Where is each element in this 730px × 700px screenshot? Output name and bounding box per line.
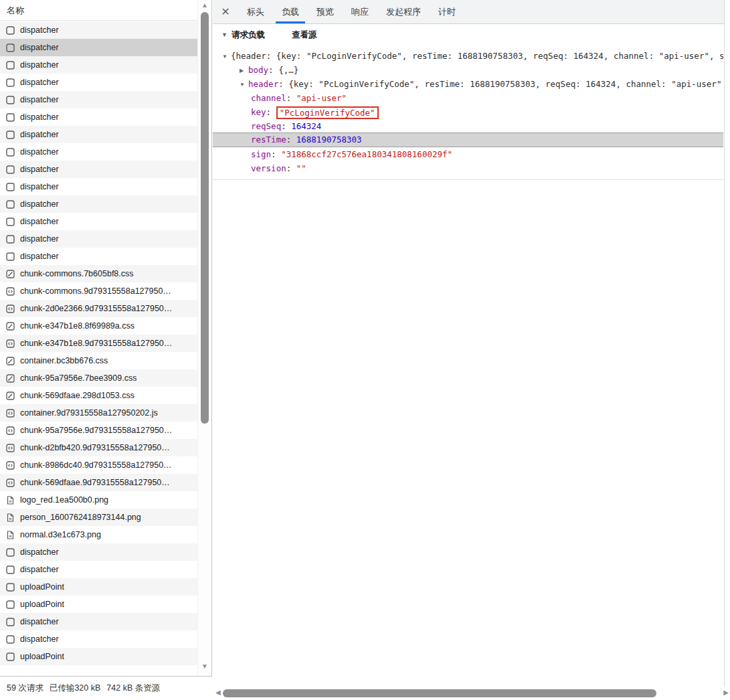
list-item[interactable]: dispatcher [0, 630, 198, 648]
list-item[interactable]: dispatcher [0, 108, 198, 126]
chevron-down-icon[interactable]: ▼ [240, 78, 248, 91]
tab-5[interactable]: 计时 [432, 0, 462, 23]
property-preview: {,…} [278, 65, 298, 75]
request-name: chunk-569dfaae.9d79315558a127950… [20, 478, 170, 487]
detail-vertical-scrollbar-gutter[interactable] [724, 0, 730, 700]
tree-row-version[interactable]: version"" [213, 161, 723, 175]
request-name: person_1600762418973144.png [20, 513, 141, 522]
request-name: dispatcher [20, 217, 59, 226]
property-name: key [251, 107, 276, 117]
fetch-request-icon [5, 165, 15, 174]
property-value: "api-user" [296, 93, 347, 103]
tab-4[interactable]: 发起程序 [379, 0, 428, 23]
js-file-icon [5, 426, 15, 435]
list-item[interactable]: dispatcher [0, 561, 198, 578]
list-item[interactable]: chunk-569dfaae.9d79315558a127950… [0, 474, 198, 491]
list-item[interactable]: uploadPoint [0, 578, 198, 596]
tree-row-header[interactable]: ▼header{key: "PcLoginVerifyCode", resTim… [213, 77, 723, 91]
list-item[interactable]: chunk-commons.9d79315558a127950… [0, 282, 198, 300]
list-item[interactable]: dispatcher [0, 91, 198, 108]
fetch-request-icon [5, 547, 15, 557]
list-item[interactable]: chunk-95a7956e.9d79315558a127950… [0, 422, 198, 439]
list-item[interactable]: container.9d79315558a127950202.js [0, 404, 198, 422]
scroll-up-icon[interactable]: ▲ [198, 1, 211, 9]
request-payload-section-label[interactable]: 请求负载 [232, 29, 265, 41]
property-preview: {key: "PcLoginVerifyCode", resTime: 1688… [288, 79, 723, 89]
close-icon[interactable]: ✕ [213, 0, 238, 23]
list-item[interactable]: dispatcher [0, 230, 198, 248]
fetch-request-icon [5, 252, 15, 261]
list-item[interactable]: dispatcher [0, 143, 198, 161]
list-item[interactable]: dispatcher [0, 126, 198, 143]
list-item[interactable]: container.bc3bb676.css [0, 352, 198, 369]
list-item[interactable]: normal.d3e1c673.png [0, 526, 198, 543]
chevron-right-icon[interactable]: ▶ [240, 64, 248, 77]
request-name: logo_red.1ea500b0.png [20, 495, 108, 505]
tree-row-channel[interactable]: channel"api-user" [213, 91, 723, 105]
tree-row-body[interactable]: ▶body{,…} [213, 63, 723, 77]
list-item[interactable]: uploadPoint [0, 648, 198, 665]
list-item[interactable]: dispatcher [0, 39, 198, 56]
js-file-icon [5, 443, 15, 452]
request-name: dispatcher [20, 565, 59, 574]
fetch-request-icon [5, 617, 15, 626]
fetch-request-icon [5, 147, 15, 157]
js-file-icon [5, 460, 15, 470]
list-item[interactable]: dispatcher [0, 543, 198, 561]
tree-row-root[interactable]: ▼{header: {key: "PcLoginVerifyCode", res… [213, 49, 723, 63]
list-item[interactable]: chunk-569dfaae.298d1053.css [0, 387, 198, 404]
list-item[interactable]: person_1600762418973144.png [0, 509, 198, 526]
list-item[interactable]: dispatcher [0, 21, 198, 39]
chevron-down-icon[interactable]: ▼ [222, 50, 231, 63]
request-name: chunk-commons.7b605bf8.css [20, 269, 134, 278]
vertical-scrollbar-thumb[interactable] [201, 12, 209, 424]
tree-row-sign[interactable]: sign"31868ccf27c576ea180341808160029f" [213, 147, 723, 161]
scroll-down-icon[interactable]: ▼ [198, 663, 211, 671]
detail-horizontal-scrollbar[interactable]: ◀ ▶ [213, 687, 730, 700]
list-item[interactable]: chunk-e347b1e8.9d79315558a127950… [0, 335, 198, 352]
view-source-button[interactable]: 查看源 [292, 29, 317, 41]
transferred-size: 已传输320 kB [50, 683, 100, 694]
horizontal-scrollbar-thumb[interactable] [223, 689, 656, 697]
tab-1[interactable]: 负载 [275, 0, 306, 23]
image-file-icon [5, 530, 15, 539]
tab-2[interactable]: 预览 [310, 0, 341, 23]
list-item[interactable]: dispatcher [0, 213, 198, 230]
list-item[interactable]: dispatcher [0, 178, 198, 195]
root-preview: {header: {key: "PcLoginVerifyCode", resT… [231, 51, 723, 61]
list-item[interactable]: dispatcher [0, 613, 198, 630]
list-item[interactable]: chunk-e347b1e8.8f69989a.css [0, 317, 198, 335]
property-name: reqSeq [251, 121, 291, 131]
sidebar-vertical-scrollbar[interactable]: ▲ ▼ [197, 0, 211, 676]
name-column-header[interactable]: 名称 [0, 0, 211, 21]
tree-row-reqSeq[interactable]: reqSeq164324 [213, 119, 723, 133]
property-value: 1688190758303 [296, 135, 362, 145]
list-item[interactable]: uploadPoint [0, 596, 198, 613]
list-item[interactable]: logo_red.1ea500b0.png [0, 491, 198, 509]
tree-row-key[interactable]: key"PcLoginVerifyCode" [213, 105, 723, 119]
list-item[interactable]: dispatcher [0, 74, 198, 91]
list-item[interactable]: chunk-2d0e2366.9d79315558a127950… [0, 300, 198, 317]
tree-row-resTime[interactable]: resTime1688190758303 [213, 133, 723, 147]
fetch-request-icon [5, 182, 15, 191]
list-item[interactable]: chunk-95a7956e.7bee3909.css [0, 369, 198, 387]
tab-0[interactable]: 标头 [240, 0, 271, 23]
list-item[interactable]: chunk-commons.7b605bf8.css [0, 265, 198, 282]
list-item[interactable]: dispatcher [0, 195, 198, 213]
property-name: header [248, 79, 288, 89]
request-count: 59 次请求 [7, 683, 43, 694]
section-collapse-icon[interactable]: ▼ [221, 31, 227, 38]
list-item[interactable]: dispatcher [0, 248, 198, 265]
request-name: uploadPoint [20, 652, 64, 661]
list-item[interactable]: chunk-d2bfb420.9d79315558a127950… [0, 439, 198, 456]
request-name: chunk-2d0e2366.9d79315558a127950… [20, 304, 172, 313]
list-item[interactable]: dispatcher [0, 161, 198, 178]
payload-json-tree: ▼{header: {key: "PcLoginVerifyCode", res… [213, 46, 723, 180]
list-item[interactable]: dispatcher [0, 56, 198, 74]
scroll-right-icon[interactable]: ▶ [723, 689, 729, 696]
property-name: resTime [251, 135, 296, 145]
tab-3[interactable]: 响应 [345, 0, 375, 23]
list-item[interactable]: chunk-8986dc40.9d79315558a127950… [0, 456, 198, 474]
request-detail-panel: ✕ 标头负载预览响应发起程序计时 ▼ 请求负载 查看源 ▼{header: {k… [213, 0, 730, 700]
scroll-left-icon[interactable]: ◀ [215, 689, 221, 696]
